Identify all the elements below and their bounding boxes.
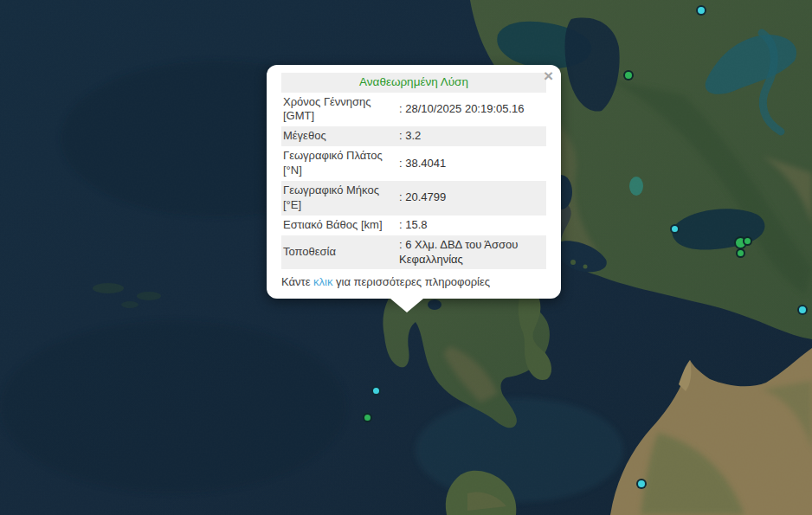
row-label: Γεωγραφικό Πλάτος [°N] (281, 146, 394, 181)
earthquake-marker[interactable] (736, 248, 745, 258)
earthquake-marker[interactable] (623, 70, 634, 80)
popup-footer: Κάντε κλικ για περισσότερες πληροφορίες (281, 275, 546, 290)
row-label: Τοποθεσία (281, 235, 394, 270)
row-value: : 20.4799 (394, 181, 546, 216)
row-value: : 28/10/2025 20:19:05.16 (394, 93, 546, 127)
table-row: Χρόνος Γέννησης [GMT]: 28/10/2025 20:19:… (281, 93, 546, 127)
row-value: : 3.2 (394, 126, 546, 146)
row-value: : 15.8 (394, 216, 546, 235)
table-row: Τοποθεσία: 6 Χλμ. ΔΒΔ του Άσσου Κεφαλλην… (281, 235, 546, 270)
earthquake-marker[interactable] (636, 479, 647, 489)
row-label: Χρόνος Γέννησης [GMT] (281, 93, 394, 127)
earthquake-marker[interactable] (670, 224, 680, 234)
table-row: Γεωγραφικό Μήκος [°E]: 20.4799 (281, 181, 546, 216)
popup-tail (390, 299, 423, 312)
row-value: : 38.4041 (394, 146, 546, 181)
earthquake-marker[interactable] (696, 5, 706, 16)
table-row: Μέγεθος: 3.2 (281, 126, 546, 146)
row-label: Γεωγραφικό Μήκος [°E] (281, 181, 394, 216)
footer-prefix: Κάντε (281, 275, 313, 288)
popup-table-body: Χρόνος Γέννησης [GMT]: 28/10/2025 20:19:… (281, 93, 546, 270)
footer-suffix: για περισσότερες πληροφορίες (332, 275, 490, 288)
popup-title: Αναθεωρημένη Λύση (281, 73, 546, 93)
table-row: Γεωγραφικό Πλάτος [°N]: 38.4041 (281, 146, 546, 181)
more-info-link[interactable]: κλικ (313, 275, 332, 288)
earthquake-marker[interactable] (797, 305, 808, 315)
earthquake-marker[interactable] (371, 386, 381, 396)
map-viewport[interactable]: × Αναθεωρημένη Λύση Χρόνος Γέννησης [GMT… (0, 0, 812, 515)
table-row: Εστιακό Βάθος [km]: 15.8 (281, 216, 546, 235)
row-label: Εστιακό Βάθος [km] (281, 216, 394, 235)
row-label: Μέγεθος (281, 126, 394, 146)
close-icon[interactable]: × (542, 66, 555, 86)
earthquake-marker[interactable] (743, 236, 752, 246)
earthquake-table: Χρόνος Γέννησης [GMT]: 28/10/2025 20:19:… (281, 93, 546, 270)
earthquake-marker[interactable] (363, 413, 372, 422)
row-value: : 6 Χλμ. ΔΒΔ του Άσσου Κεφαλληνίας (394, 235, 546, 270)
earthquake-popup: × Αναθεωρημένη Λύση Χρόνος Γέννησης [GMT… (267, 65, 561, 299)
